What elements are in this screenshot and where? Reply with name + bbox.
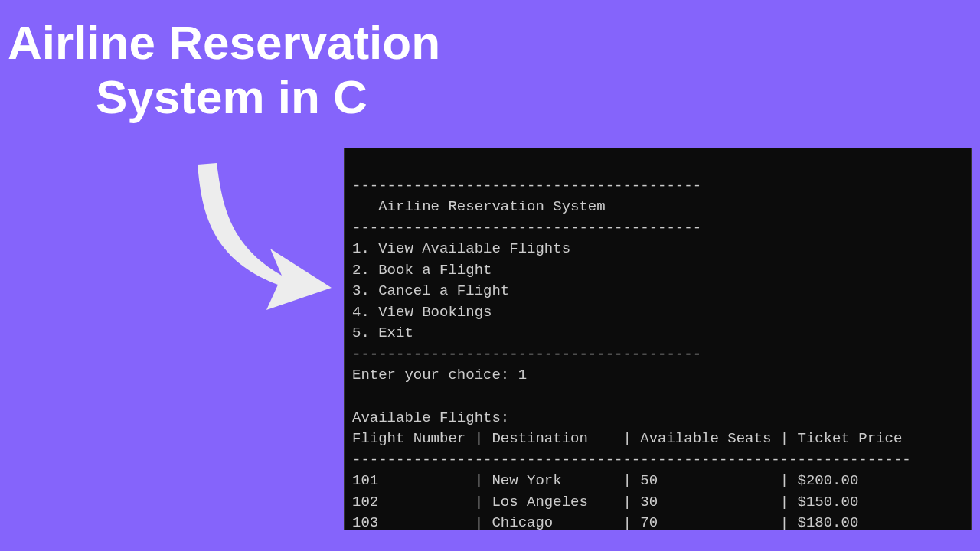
menu-item-3: 3. Cancel a Flight: [352, 282, 509, 299]
table-row: 102 | Los Angeles | 30 | $150.00: [352, 494, 858, 510]
prompt-label: Enter your choice:: [352, 367, 518, 383]
table-header: Flight Number | Destination | Available …: [352, 430, 902, 447]
terminal-window: ----------------------------------------…: [344, 148, 972, 530]
prompt-line: Enter your choice: 1: [352, 367, 527, 383]
title-line-1: Airline Reservation: [8, 15, 440, 70]
rule: ----------------------------------------: [352, 220, 701, 236]
rule: ----------------------------------------: [352, 178, 701, 194]
title-line-2: System in C: [96, 70, 440, 124]
table-rule: ----------------------------------------…: [352, 452, 911, 468]
table-row: 101 | New York | 50 | $200.00: [352, 472, 858, 489]
blank-line: [352, 388, 361, 405]
page-title: Airline Reservation System in C: [8, 15, 440, 125]
menu-item-1: 1. View Available Flights: [352, 240, 570, 257]
terminal-title: Airline Reservation System: [352, 198, 606, 215]
section-label: Available Flights:: [352, 409, 509, 426]
arrow-icon: [175, 161, 343, 314]
prompt-value: 1: [518, 367, 527, 383]
table-row: 103 | Chicago | 70 | $180.00: [352, 514, 858, 531]
menu-item-5: 5. Exit: [352, 324, 413, 341]
menu-item-2: 2. Book a Flight: [352, 262, 492, 279]
rule: ----------------------------------------: [352, 346, 701, 363]
menu-item-4: 4. View Bookings: [352, 304, 492, 321]
